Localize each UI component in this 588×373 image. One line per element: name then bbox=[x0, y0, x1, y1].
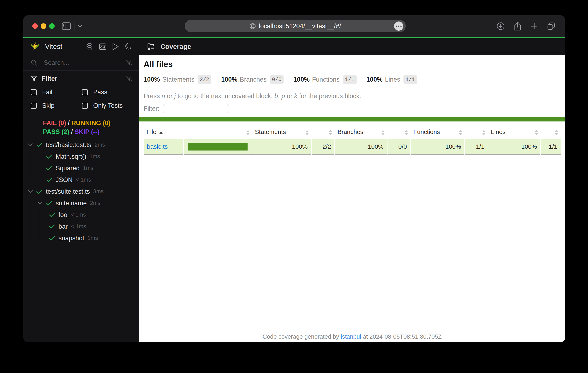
sort-by-branches-raw-header[interactable] bbox=[387, 126, 410, 139]
filter-fail-checkbox[interactable]: Fail bbox=[31, 89, 82, 96]
statements-pct-cell: 100% bbox=[252, 139, 311, 154]
search-input[interactable] bbox=[43, 59, 126, 67]
tree-item-label: Squared bbox=[56, 165, 80, 172]
sort-by-functions-raw-header[interactable] bbox=[465, 126, 488, 139]
file-filter-input[interactable] bbox=[163, 104, 229, 113]
chevron-down-icon[interactable] bbox=[38, 202, 43, 205]
tree-item-duration: 2ms bbox=[94, 142, 105, 148]
tree-row-suite[interactable]: suite name 2ms bbox=[23, 197, 139, 209]
sort-arrows-icon[interactable] bbox=[482, 130, 485, 135]
branches-pct-cell: 100% bbox=[335, 139, 387, 154]
fail-count: FAIL (0) bbox=[43, 119, 66, 127]
checkbox-label: Pass bbox=[93, 89, 107, 96]
tree-row-test[interactable]: foo < 1ms bbox=[23, 209, 139, 221]
page-title: Coverage bbox=[160, 43, 191, 51]
file-link[interactable]: basic.ts bbox=[147, 143, 168, 150]
sort-arrows-icon[interactable] bbox=[246, 130, 250, 135]
functions-pct-cell: 100% bbox=[410, 139, 465, 154]
filter-only-tests-checkbox[interactable]: Only Tests bbox=[82, 102, 133, 109]
pass-check-icon bbox=[36, 143, 42, 147]
zoom-window-button[interactable] bbox=[49, 23, 55, 29]
sidebar-toggle-button[interactable] bbox=[62, 22, 71, 30]
pass-check-icon bbox=[49, 236, 55, 240]
clear-search-filter-icon[interactable] bbox=[126, 59, 133, 66]
sort-arrows-icon[interactable] bbox=[459, 130, 462, 135]
run-all-icon[interactable] bbox=[112, 43, 119, 51]
summary-pct: 100% bbox=[367, 76, 383, 83]
sort-asc-icon bbox=[159, 132, 163, 134]
checkbox-icon[interactable] bbox=[31, 89, 37, 95]
summary-lines: 100% Lines 1/1 bbox=[367, 75, 417, 84]
browser-window: localhost:51204/__vitest__/#/ bbox=[23, 15, 565, 342]
tree-item-duration: 3ms bbox=[93, 188, 104, 195]
chevron-down-icon[interactable] bbox=[28, 190, 33, 193]
tab-overview-button[interactable] bbox=[547, 22, 556, 31]
vitest-logo bbox=[30, 42, 40, 51]
lines-frac-cell: 1/1 bbox=[541, 139, 561, 154]
summary-fraction-badge: 1/1 bbox=[403, 75, 417, 84]
summary-functions: 100% Functions 1/1 bbox=[293, 75, 357, 84]
sort-arrows-icon[interactable] bbox=[535, 130, 538, 135]
close-window-button[interactable] bbox=[32, 23, 38, 29]
page-options-button[interactable] bbox=[394, 21, 403, 31]
sort-by-statements-raw-header[interactable] bbox=[311, 126, 335, 139]
branches-frac-cell: 0/0 bbox=[387, 139, 410, 154]
summary-pct: 100% bbox=[293, 76, 310, 83]
coverage-bar-fill bbox=[188, 143, 248, 151]
skip-count: SKIP (--) bbox=[74, 128, 99, 135]
summary-label: Lines bbox=[385, 76, 400, 83]
coverage-report: All files 100% Statements 2/2 100% Branc… bbox=[139, 55, 565, 342]
chevron-down-icon[interactable] bbox=[28, 143, 33, 146]
istanbul-link[interactable]: istanbul bbox=[341, 333, 361, 340]
address-bar[interactable]: localhost:51204/__vitest__/#/ bbox=[185, 20, 406, 32]
sort-arrows-icon[interactable] bbox=[381, 130, 385, 135]
checkbox-label: Fail bbox=[42, 89, 52, 96]
report-footer: Code coverage generated by istanbul at 2… bbox=[139, 333, 565, 340]
tree-row-test[interactable]: Math.sqrt() 1ms bbox=[23, 151, 139, 162]
sort-arrows-icon[interactable] bbox=[305, 130, 309, 135]
browser-toolbar: localhost:51204/__vitest__/#/ bbox=[23, 15, 565, 37]
search-icon bbox=[31, 59, 38, 66]
statements-frac-cell: 2/2 bbox=[311, 139, 335, 154]
tree-guide-line bbox=[40, 210, 40, 240]
sort-by-file-header[interactable]: File bbox=[144, 126, 184, 139]
minimize-window-button[interactable] bbox=[41, 23, 46, 29]
tree-item-duration: < 1ms bbox=[71, 212, 86, 218]
tree-item-label: suite name bbox=[56, 200, 87, 207]
sidebar-menu-chevron[interactable] bbox=[78, 25, 82, 28]
tree-row-test[interactable]: JSON < 1ms bbox=[23, 174, 139, 186]
dark-mode-toggle-icon[interactable] bbox=[125, 43, 132, 51]
tree-row-file[interactable]: test/suite.test.ts 3ms bbox=[23, 186, 139, 197]
sort-by-branches-header[interactable]: Branches bbox=[335, 126, 387, 139]
sort-by-chart-header[interactable] bbox=[184, 126, 252, 139]
tree-item-label: test/basic.test.ts bbox=[46, 141, 91, 149]
collapse-tests-icon[interactable] bbox=[85, 43, 93, 51]
clear-filters-icon[interactable] bbox=[126, 75, 133, 82]
keyboard-shortcuts-note: Press n or j to go to the next uncovered… bbox=[144, 93, 361, 100]
checkbox-icon[interactable] bbox=[82, 89, 88, 95]
sort-by-statements-header[interactable]: Statements bbox=[252, 126, 311, 139]
vitest-sidebar: Vitest bbox=[23, 38, 139, 342]
share-button[interactable] bbox=[514, 21, 522, 31]
tree-row-file[interactable]: test/basic.test.ts 2ms bbox=[23, 139, 139, 151]
checkbox-icon[interactable] bbox=[31, 103, 37, 109]
filter-pass-checkbox[interactable]: Pass bbox=[82, 89, 133, 96]
tree-item-label: snapshot bbox=[59, 235, 84, 242]
tree-row-test[interactable]: bar < 1ms bbox=[23, 221, 139, 232]
dashboard-icon[interactable] bbox=[99, 43, 107, 51]
table-header-row: File Statements Branches Functions Lines bbox=[144, 126, 561, 139]
checkbox-icon[interactable] bbox=[82, 103, 88, 109]
sort-by-lines-raw-header[interactable] bbox=[541, 126, 561, 139]
tree-row-test[interactable]: snapshot 1ms bbox=[23, 232, 139, 244]
sort-by-functions-header[interactable]: Functions bbox=[410, 126, 465, 139]
sort-arrows-icon[interactable] bbox=[405, 130, 408, 135]
sort-arrows-icon[interactable] bbox=[329, 130, 332, 135]
downloads-button[interactable] bbox=[496, 22, 505, 31]
tree-row-test[interactable]: Squared 1ms bbox=[23, 162, 139, 174]
filter-skip-checkbox[interactable]: Skip bbox=[31, 102, 82, 109]
sort-arrows-icon[interactable] bbox=[555, 130, 558, 135]
checkbox-label: Only Tests bbox=[93, 102, 123, 109]
new-tab-button[interactable] bbox=[530, 22, 538, 30]
sort-by-lines-header[interactable]: Lines bbox=[488, 126, 541, 139]
summary-fraction-badge: 2/2 bbox=[198, 75, 211, 84]
